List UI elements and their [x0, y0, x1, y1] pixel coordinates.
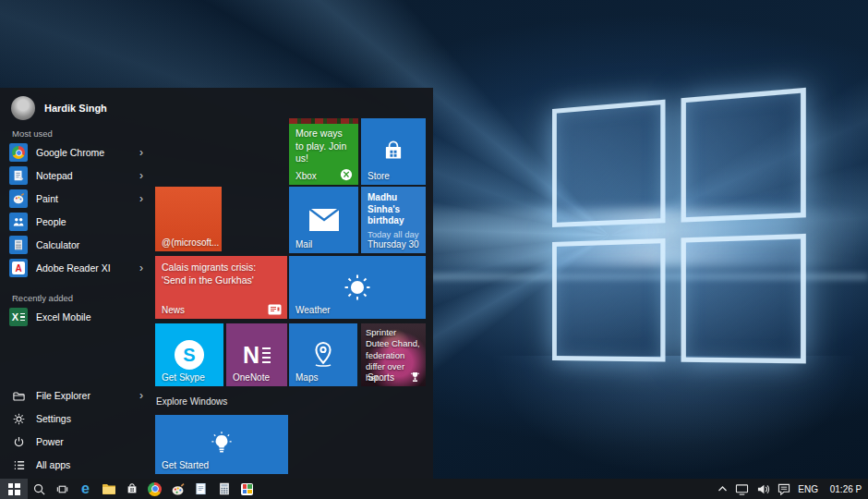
- sidebar-item-power[interactable]: Power: [9, 431, 145, 453]
- tray-network-button[interactable]: [733, 479, 751, 499]
- app-item-people[interactable]: People: [9, 211, 145, 233]
- taskbar-calculator-button[interactable]: [212, 479, 235, 499]
- edge-icon: e: [81, 481, 90, 496]
- notepad-icon: [195, 482, 207, 495]
- tile-maps[interactable]: Maps: [289, 323, 357, 386]
- tile-calendar[interactable]: Madhu Sinha's birthday Today all day Thu…: [361, 187, 426, 253]
- app-item-google-chrome[interactable]: Google Chrome ›: [9, 141, 145, 164]
- tile-group-label: Explore Windows: [156, 396, 227, 407]
- app-item-calculator[interactable]: Calculator: [9, 234, 145, 256]
- user-name: Hardik Singh: [44, 103, 107, 114]
- section-label-recently-added: Recently added: [12, 293, 73, 303]
- tile-skype[interactable]: S Get Skype: [155, 323, 223, 386]
- chrome-icon: [148, 482, 162, 496]
- tile-news[interactable]: Calais migrants crisis: 'Send in the Gur…: [155, 256, 287, 319]
- chevron-up-icon: [717, 485, 728, 493]
- task-view-icon: [55, 482, 69, 496]
- start-menu: Hardik Singh Most used Google Chrome › N…: [0, 88, 433, 479]
- xbox-logo-icon: [340, 168, 353, 181]
- app-item-notepad[interactable]: Notepad ›: [9, 164, 145, 187]
- xbox-tile-image-strip: [289, 118, 358, 124]
- taskbar-paint-button[interactable]: [166, 479, 189, 499]
- system-tray: ENG 01:26 P: [712, 479, 868, 499]
- paint-icon: [9, 189, 28, 208]
- action-center-button[interactable]: [776, 479, 792, 499]
- tile-msn[interactable]: @(microsoft...: [155, 187, 222, 251]
- network-icon: [735, 483, 749, 495]
- tile-sports[interactable]: Sprinter Dutee Chand, federation differ …: [361, 323, 426, 386]
- taskbar-chrome-button[interactable]: [143, 479, 166, 499]
- app-item-excel-mobile[interactable]: X Excel Mobile: [9, 306, 145, 328]
- taskbar-notepad-button[interactable]: [189, 479, 212, 499]
- excel-icon: X: [9, 308, 28, 326]
- taskbar-edge-button[interactable]: e: [74, 479, 97, 499]
- sidebar-item-all-apps[interactable]: All apps: [9, 454, 145, 476]
- window-pane: [552, 100, 666, 227]
- notepad-icon: [9, 166, 28, 185]
- chevron-right-icon: ›: [139, 193, 145, 204]
- chevron-right-icon: ›: [139, 390, 145, 401]
- taskbar-search-button[interactable]: [28, 479, 51, 499]
- tray-show-hidden-icons-button[interactable]: [716, 479, 729, 499]
- trophy-icon: [410, 371, 420, 383]
- taskbar-store-button[interactable]: [120, 479, 143, 499]
- taskbar-app-button[interactable]: [235, 479, 259, 499]
- calculator-icon: [9, 236, 28, 254]
- windows-logo-window: [552, 88, 806, 364]
- windows-logo-icon: [8, 483, 20, 495]
- search-icon: [32, 482, 46, 496]
- tile-get-started[interactable]: Get Started: [155, 415, 288, 474]
- file-explorer-icon: [102, 482, 116, 495]
- calculator-icon: [219, 482, 230, 495]
- store-icon: [126, 482, 139, 495]
- clock[interactable]: 01:26 P: [824, 479, 868, 499]
- speaker-icon: [756, 483, 770, 495]
- app-item-adobe-reader[interactable]: A Adobe Reader XI ›: [9, 257, 145, 279]
- tile-store[interactable]: Store: [361, 118, 426, 185]
- user-account-button[interactable]: Hardik Singh: [11, 94, 107, 122]
- all-apps-icon: [9, 456, 28, 474]
- window-pane: [552, 238, 666, 362]
- mosaic-app-icon: [241, 483, 253, 495]
- paint-icon: [171, 482, 185, 496]
- app-item-paint[interactable]: Paint ›: [9, 188, 145, 210]
- task-view-button[interactable]: [51, 479, 74, 499]
- window-pane: [681, 234, 806, 364]
- adobe-reader-icon: A: [9, 259, 28, 277]
- tile-mail[interactable]: Mail: [289, 187, 358, 253]
- tile-weather[interactable]: Weather: [289, 256, 426, 319]
- start-button[interactable]: [0, 479, 28, 499]
- gear-icon: [9, 409, 28, 428]
- sidebar-item-file-explorer[interactable]: File Explorer ›: [9, 384, 145, 407]
- window-pane: [681, 88, 806, 223]
- tile-xbox[interactable]: More ways to play. Join us! Xbox: [289, 118, 358, 185]
- chevron-right-icon: ›: [139, 147, 145, 158]
- user-avatar: [11, 96, 35, 120]
- people-icon: [9, 213, 28, 231]
- taskbar: e ENG: [0, 479, 868, 499]
- language-indicator[interactable]: ENG: [796, 479, 820, 499]
- section-label-most-used: Most used: [12, 128, 53, 139]
- newspaper-icon: [268, 304, 282, 315]
- sidebar-item-settings[interactable]: Settings: [9, 408, 145, 430]
- action-center-icon: [778, 483, 790, 495]
- chevron-right-icon: ›: [139, 170, 145, 181]
- chevron-right-icon: ›: [139, 262, 145, 274]
- tray-volume-button[interactable]: [754, 479, 772, 499]
- power-icon: [9, 432, 28, 451]
- wallpaper-reflection: [489, 356, 859, 476]
- taskbar-file-explorer-button[interactable]: [97, 479, 120, 499]
- chrome-icon: [9, 143, 28, 162]
- tile-onenote[interactable]: N OneNote: [226, 323, 287, 386]
- file-explorer-icon: [9, 386, 28, 405]
